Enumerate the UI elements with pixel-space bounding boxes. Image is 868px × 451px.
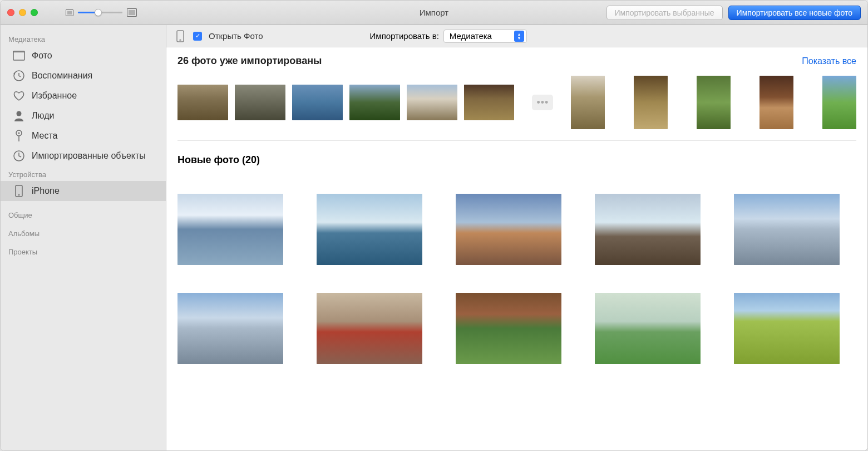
show-all-link[interactable]: Показать все <box>802 56 856 66</box>
sidebar-item-label: Воспоминания <box>32 71 92 81</box>
import-selected-button[interactable]: Импортировать выбранные <box>606 6 723 20</box>
sidebar-item-iphone[interactable]: iPhone <box>1 181 166 201</box>
imported-thumb[interactable] <box>697 76 731 129</box>
sidebar-item-label: Импортированные объекты <box>32 151 146 161</box>
new-photos-grid <box>177 194 856 364</box>
new-photo-thumb[interactable] <box>595 293 701 364</box>
import-to-label: Импортировать в: <box>370 31 439 41</box>
svg-point-9 <box>18 194 19 195</box>
new-photo-thumb[interactable] <box>317 293 422 364</box>
slider-thumb[interactable] <box>95 9 102 16</box>
imported-thumb[interactable] <box>464 85 515 120</box>
sidebar-section-library: Медиатека <box>1 31 166 46</box>
slider-track[interactable] <box>78 12 122 13</box>
svg-point-3 <box>17 111 22 116</box>
person-icon <box>13 110 25 122</box>
sidebar-section-shared[interactable]: Общие <box>1 201 166 222</box>
import-options-bar: ✓ Открыть Фото Импортировать в: Медиатек… <box>166 25 867 47</box>
import-destination-select[interactable]: Медиатека ▲▼ <box>443 30 527 43</box>
new-photo-thumb[interactable] <box>734 293 840 364</box>
imported-thumb[interactable] <box>760 76 793 129</box>
photos-icon <box>13 50 25 62</box>
imported-thumb[interactable] <box>177 85 228 120</box>
select-value: Медиатека <box>450 31 492 41</box>
app-window: Импорт Импортировать выбранные Импортиро… <box>0 0 868 451</box>
minimize-button[interactable] <box>19 9 26 16</box>
sidebar-item-label: Избранное <box>32 91 77 101</box>
traffic-lights <box>7 9 38 16</box>
sidebar-item-photos[interactable]: Фото <box>1 46 166 66</box>
imported-thumb[interactable] <box>407 85 457 120</box>
new-photo-thumb[interactable] <box>734 194 840 265</box>
close-button[interactable] <box>7 9 14 16</box>
pin-icon <box>13 130 25 142</box>
sidebar-item-favorites[interactable]: Избранное <box>1 86 166 106</box>
iphone-icon <box>13 185 25 197</box>
new-photos-title: Новые фото (20) <box>177 154 856 166</box>
svg-rect-1 <box>13 51 24 53</box>
sidebar-section-devices: Устройства <box>1 166 166 181</box>
sidebar-section-projects[interactable]: Проекты <box>1 240 166 258</box>
import-all-button[interactable]: Импортировать все новые фото <box>728 6 861 20</box>
thumb-large-icon <box>127 8 137 17</box>
select-arrows-icon: ▲▼ <box>514 31 524 42</box>
svg-point-11 <box>180 39 181 40</box>
device-icon <box>174 30 186 42</box>
new-photo-thumb[interactable] <box>456 194 561 265</box>
sidebar-item-label: iPhone <box>32 186 60 196</box>
new-photo-thumb[interactable] <box>317 194 422 265</box>
clock-icon <box>13 150 25 162</box>
new-photo-thumb[interactable] <box>595 194 701 265</box>
new-photo-thumb[interactable] <box>177 293 283 364</box>
main-content: ✓ Открыть Фото Импортировать в: Медиатек… <box>166 25 867 450</box>
heart-icon <box>13 90 25 102</box>
imported-thumb[interactable] <box>634 76 668 129</box>
maximize-button[interactable] <box>31 9 38 16</box>
new-photo-thumb[interactable] <box>456 293 561 364</box>
sidebar-item-imports[interactable]: Импортированные объекты <box>1 146 166 166</box>
svg-rect-8 <box>16 185 22 197</box>
thumb-small-icon <box>66 9 73 16</box>
titlebar: Импорт Импортировать выбранные Импортиро… <box>1 1 867 25</box>
sidebar-item-label: Люди <box>32 111 54 121</box>
imported-thumb[interactable] <box>292 85 343 120</box>
svg-point-5 <box>18 133 20 134</box>
memories-icon <box>13 70 25 82</box>
more-thumbs-icon[interactable]: ••• <box>532 95 553 110</box>
open-photos-label: Открыть Фото <box>209 31 263 41</box>
already-imported-title: 26 фото уже импортированы <box>177 55 322 67</box>
sidebar: Медиатека Фото Воспоминания Избранное <box>1 25 166 450</box>
sidebar-item-places[interactable]: Места <box>1 126 166 146</box>
imported-thumb[interactable] <box>571 76 605 129</box>
sidebar-item-people[interactable]: Люди <box>1 106 166 126</box>
sidebar-item-label: Места <box>32 131 57 141</box>
window-title: Импорт <box>420 8 448 17</box>
imported-thumb[interactable] <box>235 85 285 120</box>
sidebar-item-label: Фото <box>32 51 52 61</box>
thumbnail-size-slider[interactable] <box>66 8 137 17</box>
sidebar-section-albums[interactable]: Альбомы <box>1 222 166 240</box>
new-photo-thumb[interactable] <box>177 194 283 265</box>
sidebar-item-memories[interactable]: Воспоминания <box>1 66 166 86</box>
already-imported-strip: ••• <box>177 76 856 141</box>
svg-rect-10 <box>177 31 184 42</box>
imported-thumb[interactable] <box>822 76 856 129</box>
imported-thumb[interactable] <box>349 85 400 120</box>
open-photos-checkbox[interactable]: ✓ <box>193 32 202 41</box>
